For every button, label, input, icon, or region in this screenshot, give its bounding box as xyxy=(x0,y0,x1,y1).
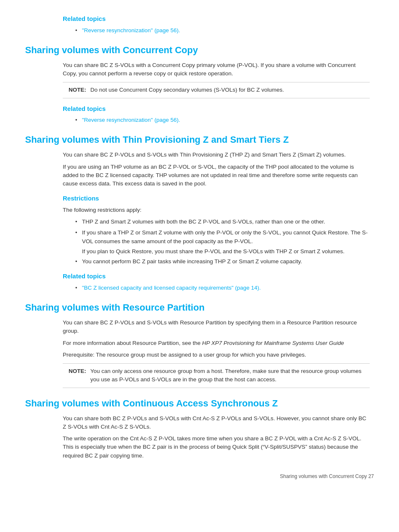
section3-para2-pre: For more information about Resource Part… xyxy=(63,340,202,346)
section4-body: You can share both BC Z P-VOLs and S-VOL… xyxy=(63,414,370,460)
restrictions-heading: Restrictions xyxy=(63,194,370,203)
section4-para2: The write operation on the Cnt Ac-S Z P-… xyxy=(63,434,370,460)
restriction-item-3: • You cannot perform BC Z pair tasks whi… xyxy=(75,257,370,266)
footer: Sharing volumes with Concurrent Copy 27 xyxy=(25,473,374,480)
section3-note: NOTE: You can only access one resource g… xyxy=(63,363,370,388)
section4-heading: Sharing volumes with Continuous Access S… xyxy=(25,396,374,410)
section1-related-topics-heading: Related topics xyxy=(63,104,370,114)
section1-note: NOTE: Do not use Concurrent Copy seconda… xyxy=(63,82,370,98)
section2-related-link-text[interactable]: "BC Z licensed capacity and licensed cap… xyxy=(82,284,261,292)
section2-body: You can share BC Z P-VOLs and S-VOLs wit… xyxy=(63,151,370,292)
footer-text: Sharing volumes with Concurrent Copy 27 xyxy=(280,473,374,480)
section3-para3: Prerequisite: The resource group must be… xyxy=(63,351,370,359)
restriction-item-3-text: You cannot perform BC Z pair tasks while… xyxy=(82,257,302,266)
bullet-dot: • xyxy=(75,218,82,226)
restrictions-intro: The following restrictions apply: xyxy=(63,206,370,214)
section3-para1: You can share BC Z P-VOLs and S-VOLs wit… xyxy=(63,319,370,336)
section2-related-topics-heading: Related topics xyxy=(63,272,370,281)
section3-body: You can share BC Z P-VOLs and S-VOLs wit… xyxy=(63,319,370,388)
section1-related-link-text[interactable]: "Reverse resynchronization" (page 56). xyxy=(82,116,180,124)
section4-para1: You can share both BC Z P-VOLs and S-VOL… xyxy=(63,414,370,432)
section3-heading: Sharing volumes with Resource Partition xyxy=(25,301,374,314)
section3-para2-italic: HP XP7 Provisioning for Mainframe System… xyxy=(202,340,344,346)
restriction-item-2: • If you share a THP Z or Smart Z volume… xyxy=(75,229,370,256)
bullet-dot: • xyxy=(75,26,82,35)
restriction-item-2-text: If you share a THP Z or Smart Z volume w… xyxy=(82,229,370,246)
restriction-item-1: • THP Z and Smart Z volumes with both th… xyxy=(75,218,370,226)
bullet-dot: • xyxy=(75,257,82,266)
section2-para1: You can share BC Z P-VOLs and S-VOLs wit… xyxy=(63,151,370,159)
restriction-item-1-text: THP Z and Smart Z volumes with both the … xyxy=(82,218,325,226)
bullet-dot: • xyxy=(75,229,82,237)
related-topics-block-1: Related topics • "Reverse resynchronizat… xyxy=(63,14,374,35)
restriction-item-2-content: If you share a THP Z or Smart Z volume w… xyxy=(82,229,370,256)
section1-heading: Sharing volumes with Concurrent Copy xyxy=(25,43,374,57)
section3-para2: For more information about Resource Part… xyxy=(63,339,370,347)
restriction-item-2-subtext: If you plan to Quick Restore, you must s… xyxy=(82,247,370,256)
bullet-dot: • xyxy=(75,116,82,124)
section1-para1: You can share BC Z S-VOLs with a Concurr… xyxy=(63,61,370,78)
section3-note-label: NOTE: xyxy=(69,367,86,375)
section2-para2: If you are using an THP volume as an BC … xyxy=(63,163,370,188)
bullet-dot: • xyxy=(75,284,82,292)
related-topics-heading-1: Related topics xyxy=(63,14,374,24)
related-topic-link-text-1[interactable]: "Reverse resynchronization" (page 56). xyxy=(82,26,180,35)
section1-related-link[interactable]: • "Reverse resynchronization" (page 56). xyxy=(75,116,370,124)
section1-note-label: NOTE: xyxy=(69,86,86,94)
section3-note-text: You can only access one resource group f… xyxy=(90,367,364,384)
related-topic-link-1[interactable]: • "Reverse resynchronization" (page 56). xyxy=(75,26,374,35)
section2-heading: Sharing volumes with Thin Provisioning Z… xyxy=(25,133,374,146)
section1-note-text: Do not use Concurrent Copy secondary vol… xyxy=(90,86,284,94)
section2-related-link[interactable]: • "BC Z licensed capacity and licensed c… xyxy=(75,284,370,292)
section1-body: You can share BC Z S-VOLs with a Concurr… xyxy=(63,61,370,125)
